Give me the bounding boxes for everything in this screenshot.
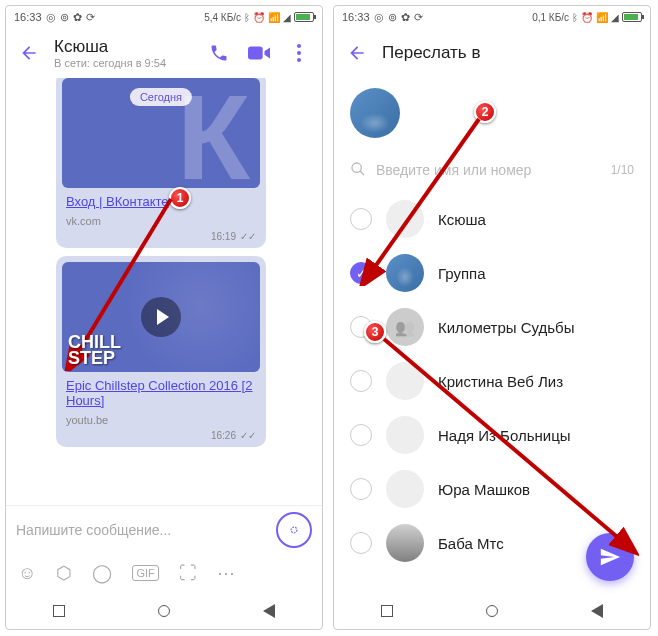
nav-back[interactable] xyxy=(591,604,603,618)
wifi-icon: ◢ xyxy=(611,12,619,23)
more-attach-icon[interactable]: ⋯ xyxy=(217,562,235,584)
message-time: 16:26 xyxy=(211,430,236,441)
status-icon: ◎ xyxy=(374,11,384,24)
contact-list[interactable]: Ксюша Группа Километры Судьбы Кристина В… xyxy=(334,192,650,593)
alarm-icon: ⏰ xyxy=(253,12,265,23)
contact-avatar xyxy=(386,362,424,400)
link-preview-image[interactable]: Сегодня xyxy=(62,78,260,188)
phone-forward: 16:33 ◎ ⊚ ✿ ⟳ 0,1 КБ/с ᛒ ⏰ 📶 ◢ Переслать… xyxy=(333,5,651,630)
contact-avatar xyxy=(386,200,424,238)
alarm-icon: ⏰ xyxy=(581,12,593,23)
settings-icon: ✿ xyxy=(73,11,82,24)
chat-subtitle: В сети: сегодня в 9:54 xyxy=(54,57,166,69)
contact-row[interactable]: Ксюша xyxy=(334,192,650,246)
data-rate: 5,4 КБ/с xyxy=(204,12,241,23)
svg-point-6 xyxy=(352,163,361,172)
overlay-text: STEP xyxy=(68,348,115,368)
link-host: vk.com xyxy=(62,215,260,227)
link-title[interactable]: Epic Chillstep Collection 2016 [2 Hours] xyxy=(62,376,260,410)
call-button[interactable] xyxy=(208,42,230,64)
attachment-row: ☺ ⬡ ◯ GIF ⛶ ⋯ xyxy=(6,553,322,593)
contact-radio[interactable] xyxy=(350,208,372,230)
video-preview-image[interactable]: CHILLSTEP xyxy=(62,262,260,372)
back-button[interactable] xyxy=(18,42,40,64)
sticker-icon[interactable]: ⬡ xyxy=(56,562,72,584)
bluetooth-icon: ᛒ xyxy=(572,12,578,23)
status-time: 16:33 xyxy=(342,11,370,23)
read-receipt-icon: ✓✓ xyxy=(240,231,256,242)
link-title[interactable]: Вход | ВКонтакте xyxy=(62,192,260,211)
contact-row[interactable]: Юра Машков xyxy=(334,462,650,516)
contact-name: Километры Судьбы xyxy=(438,319,574,336)
camera-icon: ⊚ xyxy=(60,11,69,24)
contact-radio[interactable] xyxy=(350,316,372,338)
nav-home[interactable] xyxy=(486,605,498,617)
sync-icon: ⟳ xyxy=(86,11,95,24)
forward-header: Переслать в xyxy=(334,28,650,78)
contact-name: Группа xyxy=(438,265,486,282)
status-bar: 16:33 ◎ ⊚ ✿ ⟳ 5,4 КБ/с ᛒ ⏰ 📶 ◢ xyxy=(6,6,322,28)
selection-counter: 1/10 xyxy=(611,163,634,177)
wifi-icon: ◢ xyxy=(283,12,291,23)
video-call-button[interactable] xyxy=(248,42,270,64)
battery-icon xyxy=(294,12,314,22)
svg-point-3 xyxy=(297,58,301,62)
svg-point-1 xyxy=(297,44,301,48)
camera-icon[interactable]: ◯ xyxy=(92,562,112,584)
emoji-icon[interactable]: ☺ xyxy=(18,563,36,584)
contact-avatar-group xyxy=(386,308,424,346)
nav-recents[interactable] xyxy=(53,605,65,617)
svg-point-4 xyxy=(291,527,297,533)
message-bubble[interactable]: CHILLSTEP Epic Chillstep Collection 2016… xyxy=(56,256,266,447)
search-input[interactable]: Введите имя или номер xyxy=(376,162,601,178)
search-row: Введите имя или номер 1/10 xyxy=(334,148,650,192)
contact-row[interactable]: Группа xyxy=(334,246,650,300)
contact-radio[interactable] xyxy=(350,532,372,554)
contact-avatar xyxy=(386,416,424,454)
contact-row[interactable]: Надя Из Больницы xyxy=(334,408,650,462)
contact-row[interactable]: Кристина Веб Лиз xyxy=(334,354,650,408)
selected-avatar-row xyxy=(334,78,650,148)
shop-icon[interactable]: ⛶ xyxy=(179,563,197,584)
contact-radio[interactable] xyxy=(350,478,372,500)
nav-back[interactable] xyxy=(263,604,275,618)
search-icon xyxy=(350,161,366,180)
signal-icon: 📶 xyxy=(268,12,280,23)
voice-message-button[interactable] xyxy=(276,512,312,548)
link-host: youtu.be xyxy=(62,414,260,426)
contact-row[interactable]: Километры Судьбы xyxy=(334,300,650,354)
contact-name: Ксюша xyxy=(438,211,486,228)
forward-title: Переслать в xyxy=(382,43,480,63)
gif-icon[interactable]: GIF xyxy=(132,565,158,581)
contact-radio[interactable] xyxy=(350,370,372,392)
sync-icon: ⟳ xyxy=(414,11,423,24)
read-receipt-icon: ✓✓ xyxy=(240,430,256,441)
contact-avatar xyxy=(386,254,424,292)
contact-radio[interactable] xyxy=(350,424,372,446)
settings-icon: ✿ xyxy=(401,11,410,24)
selected-avatar[interactable] xyxy=(350,88,400,138)
contact-name: Кристина Веб Лиз xyxy=(438,373,563,390)
nav-home[interactable] xyxy=(158,605,170,617)
data-rate: 0,1 КБ/с xyxy=(532,12,569,23)
message-input[interactable]: Напишите сообщение... xyxy=(16,522,268,538)
play-icon[interactable] xyxy=(141,297,181,337)
send-fab[interactable] xyxy=(586,533,634,581)
contact-name: Баба Мтс xyxy=(438,535,504,552)
svg-rect-0 xyxy=(248,47,263,60)
chat-title[interactable]: Ксюша xyxy=(54,37,166,57)
chat-body[interactable]: Сегодня Вход | ВКонтакте vk.com 16:19 ✓✓… xyxy=(6,78,322,505)
signal-icon: 📶 xyxy=(596,12,608,23)
input-bar: Напишите сообщение... xyxy=(6,505,322,553)
camera-icon: ⊚ xyxy=(388,11,397,24)
more-button[interactable] xyxy=(288,42,310,64)
day-chip: Сегодня xyxy=(130,88,192,106)
back-button[interactable] xyxy=(346,42,368,64)
contact-avatar xyxy=(386,524,424,562)
contact-name: Надя Из Больницы xyxy=(438,427,571,444)
nav-bar xyxy=(334,593,650,629)
nav-recents[interactable] xyxy=(381,605,393,617)
contact-radio-checked[interactable] xyxy=(350,262,372,284)
message-bubble[interactable]: Сегодня Вход | ВКонтакте vk.com 16:19 ✓✓ xyxy=(56,78,266,248)
svg-point-2 xyxy=(297,51,301,55)
